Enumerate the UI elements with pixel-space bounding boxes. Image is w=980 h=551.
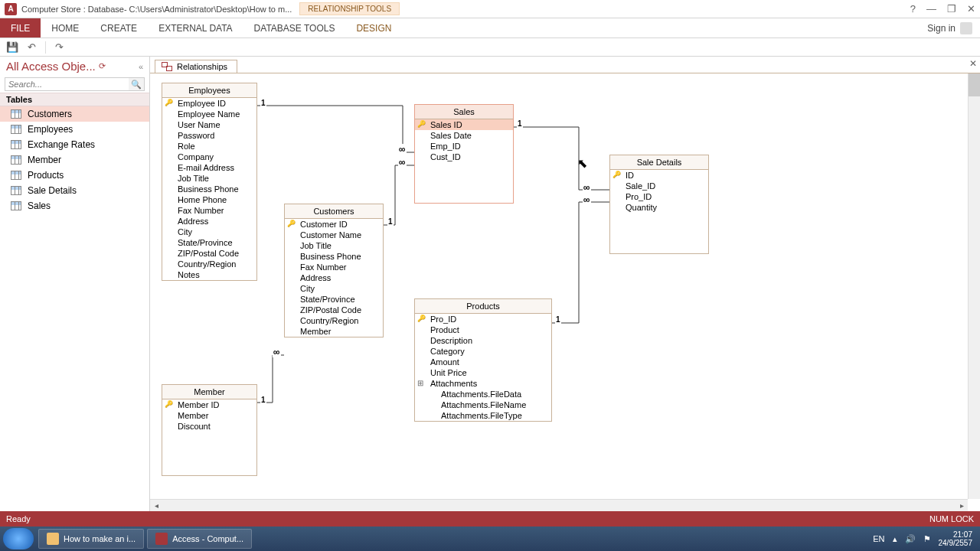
table-field[interactable]: Customer Name — [285, 230, 383, 240]
table-field[interactable]: Amount — [415, 357, 551, 367]
table-field[interactable]: ZIP/Postal Code — [162, 248, 256, 259]
taskbar-item-access[interactable]: Access - Comput... — [147, 529, 252, 549]
table-field[interactable]: Emp_ID — [415, 141, 513, 152]
table-field[interactable]: Pro_ID — [415, 314, 551, 324]
sign-in[interactable]: Sign in — [920, 18, 980, 37]
tab-home[interactable]: HOME — [41, 18, 90, 37]
scroll-right-icon[interactable]: ▸ — [956, 501, 968, 510]
table-header[interactable]: Member — [162, 385, 256, 399]
table-field[interactable]: Sale_ID — [610, 181, 708, 191]
search-input[interactable] — [5, 78, 129, 90]
table-field[interactable]: Home Phone — [162, 194, 256, 205]
taskbar-item-explorer[interactable]: How to make an i... — [38, 529, 144, 549]
table-field[interactable]: Member — [162, 410, 256, 421]
language-indicator[interactable]: EN — [873, 534, 884, 543]
volume-icon[interactable]: 🔊 — [905, 534, 916, 544]
close-tab-icon[interactable]: ✕ — [969, 58, 977, 69]
close-button[interactable]: ✕ — [967, 3, 975, 15]
nav-group-tables[interactable]: Tables — [0, 93, 149, 106]
nav-header[interactable]: All Access Obje... ⟳ « — [0, 57, 149, 76]
table-field[interactable]: Member ID — [162, 399, 256, 410]
table-field[interactable]: State/Province — [162, 237, 256, 248]
table-field[interactable]: Attachments — [415, 378, 551, 389]
refresh-icon[interactable]: ⟳ — [99, 61, 106, 71]
tab-design[interactable]: DESIGN — [345, 18, 402, 37]
table-field[interactable]: Notes — [162, 269, 256, 280]
table-field[interactable]: City — [285, 283, 383, 294]
nav-item[interactable]: Sales — [0, 198, 149, 214]
table-field[interactable]: Address — [285, 272, 383, 283]
table-employees[interactable]: EmployeesEmployee IDEmployee NameUser Na… — [162, 83, 257, 281]
table-field[interactable]: ID — [610, 170, 708, 181]
table-field[interactable]: Member — [285, 326, 383, 337]
nav-item[interactable]: Customers — [0, 106, 149, 122]
relationships-canvas[interactable]: 1 ∞ 1 ∞ 1 ∞ 1 ∞ 1 ∞ EmployeesEmployee ID… — [150, 73, 980, 511]
tab-relationships[interactable]: Relationships — [155, 60, 237, 73]
undo-icon[interactable]: ↶ — [28, 41, 36, 53]
flag-icon[interactable]: ⚑ — [923, 534, 931, 544]
table-field[interactable]: Quantity — [610, 202, 708, 213]
nav-item[interactable]: Exchange Rates — [0, 137, 149, 152]
help-icon[interactable]: ? — [910, 3, 916, 15]
table-customers[interactable]: CustomersCustomer IDCustomer NameJob Tit… — [284, 204, 384, 337]
table-sale-details[interactable]: Sale DetailsIDSale_IDPro_IDQuantity — [609, 155, 709, 254]
nav-item[interactable]: Products — [0, 168, 149, 183]
maximize-button[interactable]: ❐ — [947, 3, 956, 15]
table-field[interactable]: State/Province — [285, 294, 383, 305]
table-field[interactable]: Business Phone — [285, 251, 383, 262]
tab-database-tools[interactable]: DATABASE TOOLS — [243, 18, 346, 37]
table-field[interactable]: Sales ID — [415, 119, 513, 130]
table-field[interactable]: Password — [162, 130, 256, 141]
table-field[interactable]: E-mail Address — [162, 162, 256, 173]
table-field[interactable]: Sales Date — [415, 130, 513, 141]
table-products[interactable]: ProductsPro_IDProductDescriptionCategory… — [414, 298, 552, 422]
tab-file[interactable]: FILE — [0, 18, 41, 37]
scroll-left-icon[interactable]: ◂ — [150, 501, 162, 510]
table-field[interactable]: Role — [162, 141, 256, 152]
table-field[interactable]: Product — [415, 324, 551, 335]
table-field[interactable]: Attachments.FileData — [415, 389, 551, 399]
table-field[interactable]: User Name — [162, 119, 256, 130]
table-sales[interactable]: SalesSales IDSales DateEmp_IDCust_ID — [414, 104, 514, 204]
nav-item[interactable]: Sale Details — [0, 183, 149, 198]
table-field[interactable]: Discount — [162, 421, 256, 432]
table-header[interactable]: Products — [415, 299, 551, 314]
tray-up-icon[interactable]: ▴ — [893, 534, 897, 544]
nav-item[interactable]: Employees — [0, 122, 149, 137]
table-field[interactable]: Employee ID — [162, 98, 256, 109]
nav-search[interactable]: 🔍 — [5, 77, 145, 91]
table-field[interactable]: ZIP/Postal Code — [285, 305, 383, 315]
search-icon[interactable]: 🔍 — [129, 78, 144, 90]
table-field[interactable]: Pro_ID — [610, 191, 708, 202]
minimize-button[interactable]: — — [926, 3, 936, 15]
horizontal-scrollbar[interactable]: ◂ ▸ — [150, 499, 968, 511]
table-field[interactable]: Attachments.FileName — [415, 399, 551, 410]
table-field[interactable]: City — [162, 227, 256, 237]
table-field[interactable]: Country/Region — [162, 259, 256, 269]
table-field[interactable]: Address — [162, 216, 256, 227]
table-field[interactable]: Attachments.FileType — [415, 410, 551, 421]
table-field[interactable]: Customer ID — [285, 219, 383, 230]
table-field[interactable]: Category — [415, 346, 551, 357]
start-button[interactable] — [3, 528, 34, 549]
nav-item[interactable]: Member — [0, 152, 149, 168]
table-field[interactable]: Company — [162, 152, 256, 162]
tab-create[interactable]: CREATE — [90, 18, 148, 37]
redo-icon[interactable]: ↷ — [55, 41, 64, 53]
table-header[interactable]: Customers — [285, 204, 383, 219]
clock[interactable]: 21:07 24/9/2557 — [939, 530, 973, 547]
table-member[interactable]: MemberMember IDMemberDiscount — [162, 384, 257, 476]
tab-external-data[interactable]: EXTERNAL DATA — [148, 18, 243, 37]
table-field[interactable]: Business Phone — [162, 184, 256, 194]
table-header[interactable]: Sales — [415, 105, 513, 119]
collapse-icon[interactable]: « — [139, 62, 143, 71]
table-field[interactable]: Country/Region — [285, 315, 383, 326]
table-field[interactable]: Job Title — [285, 240, 383, 251]
table-field[interactable]: Cust_ID — [415, 152, 513, 162]
table-field[interactable]: Fax Number — [285, 262, 383, 272]
table-header[interactable]: Employees — [162, 83, 256, 98]
table-field[interactable]: Fax Number — [162, 205, 256, 216]
table-field[interactable]: Unit Price — [415, 367, 551, 378]
table-field[interactable]: Employee Name — [162, 109, 256, 119]
table-field[interactable]: Description — [415, 335, 551, 346]
